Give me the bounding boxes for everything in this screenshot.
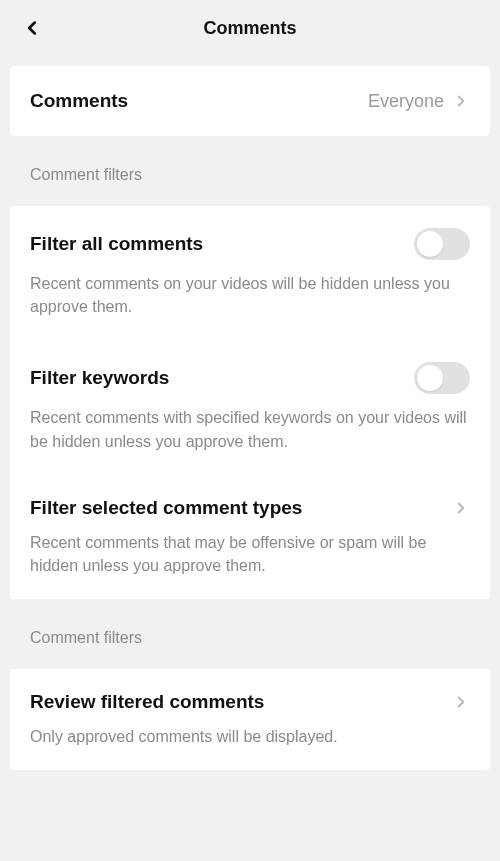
filter-keywords-toggle[interactable] (414, 362, 470, 394)
chevron-left-icon (21, 17, 43, 39)
review-card: Review filtered comments Only approved c… (10, 669, 490, 770)
comments-row[interactable]: Comments Everyone (30, 66, 470, 136)
chevron-right-icon (452, 92, 470, 110)
filter-all-comments-header: Filter all comments (30, 228, 470, 260)
filter-all-comments-toggle[interactable] (414, 228, 470, 260)
filter-all-comments-desc: Recent comments on your videos will be h… (30, 260, 470, 340)
section-header-filters-2: Comment filters (0, 599, 500, 659)
page-title: Comments (203, 18, 296, 39)
back-button[interactable] (20, 16, 44, 40)
review-filtered-title: Review filtered comments (30, 691, 264, 713)
review-filtered-item[interactable]: Review filtered comments Only approved c… (30, 669, 470, 770)
toggle-knob (417, 365, 443, 391)
toggle-knob (417, 231, 443, 257)
filter-types-desc: Recent comments that may be offensive or… (30, 519, 470, 599)
comments-label: Comments (30, 90, 128, 112)
comments-value-wrap: Everyone (368, 91, 470, 112)
filter-types-title: Filter selected comment types (30, 497, 302, 519)
filters-card: Filter all comments Recent comments on y… (10, 206, 490, 599)
comments-card: Comments Everyone (10, 66, 490, 136)
chevron-right-icon (452, 499, 470, 517)
filter-all-comments-title: Filter all comments (30, 233, 203, 255)
review-filtered-desc: Only approved comments will be displayed… (30, 713, 470, 770)
section-header-filters-1: Comment filters (0, 136, 500, 196)
chevron-right-icon (452, 693, 470, 711)
filter-types-header: Filter selected comment types (30, 497, 470, 519)
comments-value: Everyone (368, 91, 444, 112)
filter-keywords-header: Filter keywords (30, 362, 470, 394)
review-filtered-header: Review filtered comments (30, 691, 470, 713)
filter-all-comments-item: Filter all comments Recent comments on y… (30, 206, 470, 340)
header: Comments (0, 0, 500, 56)
filter-types-item[interactable]: Filter selected comment types Recent com… (30, 475, 470, 599)
filter-keywords-item: Filter keywords Recent comments with spe… (30, 340, 470, 474)
filter-keywords-title: Filter keywords (30, 367, 169, 389)
filter-keywords-desc: Recent comments with specified keywords … (30, 394, 470, 474)
